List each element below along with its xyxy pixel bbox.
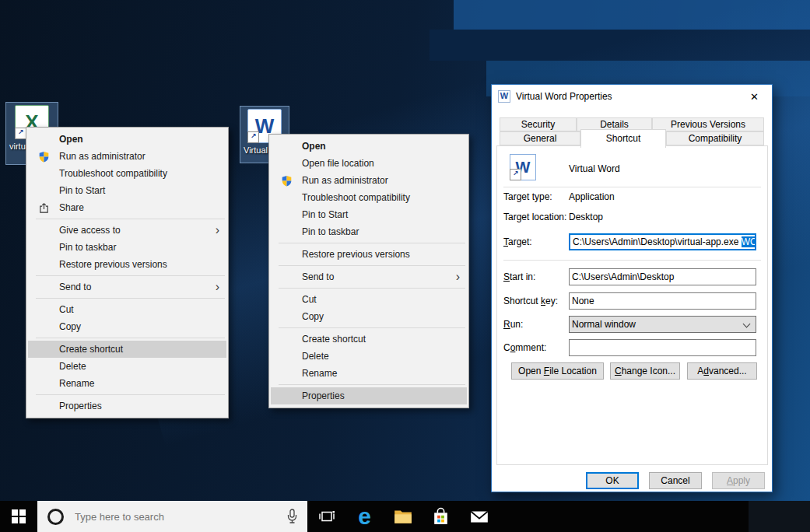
- menu-item-label: Send to: [302, 271, 456, 282]
- blank-icon: [37, 303, 50, 316]
- menu-item-restore-previous-versions[interactable]: Restore previous versions: [271, 246, 467, 263]
- store-icon: [431, 507, 451, 527]
- submenu-arrow-icon: ›: [456, 269, 460, 285]
- menu-item-pin-to-start[interactable]: Pin to Start: [271, 206, 467, 223]
- menu-item-properties[interactable]: Properties: [271, 387, 467, 404]
- menu-item-create-shortcut[interactable]: Create shortcut: [28, 341, 226, 358]
- store-button[interactable]: [422, 501, 460, 532]
- close-icon[interactable]: ✕: [737, 85, 772, 108]
- search-input[interactable]: [73, 510, 286, 523]
- menu-item-restore-previous-versions[interactable]: Restore previous versions: [28, 256, 226, 273]
- comment-input[interactable]: [569, 339, 756, 356]
- start-in-label: Start in:: [503, 271, 535, 282]
- menu-item-delete[interactable]: Delete: [28, 358, 226, 375]
- menu-item-give-access-to[interactable]: Give access to›: [28, 222, 226, 239]
- menu-item-label: Send to: [59, 282, 216, 292]
- excel-context-menu: OpenRun as administratorTroubleshoot com…: [26, 127, 229, 418]
- target-location-value: Desktop: [569, 212, 603, 222]
- blank-icon: [280, 140, 293, 152]
- menu-item-cut[interactable]: Cut: [271, 291, 467, 308]
- menu-item-copy[interactable]: Copy: [271, 308, 467, 325]
- menu-item-cut[interactable]: Cut: [28, 301, 226, 318]
- mail-button[interactable]: [460, 501, 498, 532]
- submenu-arrow-icon: ›: [216, 279, 219, 295]
- tab-previous-versions[interactable]: Previous Versions: [652, 117, 764, 131]
- menu-item-label: Run as administrator: [302, 175, 467, 186]
- windows-logo-icon: [12, 509, 26, 523]
- menu-item-delete[interactable]: Delete: [271, 348, 467, 365]
- edge-icon: e: [358, 505, 371, 528]
- menu-item-share[interactable]: Share: [28, 199, 226, 216]
- blank-icon: [280, 367, 293, 380]
- menu-item-label: Restore previous versions: [59, 259, 226, 270]
- menu-item-label: Troubleshoot compatibility: [302, 192, 467, 203]
- menu-item-copy[interactable]: Copy: [28, 318, 226, 335]
- menu-item-label: Properties: [302, 390, 467, 401]
- menu-item-create-shortcut[interactable]: Create shortcut: [271, 331, 467, 348]
- menu-item-send-to[interactable]: Send to›: [271, 268, 467, 285]
- menu-separator: [36, 219, 225, 219]
- wallpaper-band: [430, 30, 810, 61]
- menu-separator: [36, 338, 225, 338]
- menu-item-rename[interactable]: Rename: [28, 375, 226, 392]
- word-shortcut-icon: W ↗: [510, 154, 536, 180]
- menu-item-troubleshoot-compatibility[interactable]: Troubleshoot compatibility: [28, 165, 226, 182]
- separator: [503, 187, 761, 187]
- tab-shortcut[interactable]: Shortcut: [580, 129, 666, 148]
- blank-icon: [280, 157, 293, 170]
- blank-icon: [37, 377, 50, 390]
- blank-icon: [37, 258, 50, 271]
- desktop: X ↗ virtua W ↗ Virtual W OpenRun as admi…: [0, 0, 810, 532]
- microphone-icon[interactable]: [286, 509, 298, 524]
- menu-item-send-to[interactable]: Send to›: [28, 278, 226, 296]
- blank-icon: [37, 343, 50, 355]
- open-file-location-button[interactable]: Open File Location: [511, 362, 604, 380]
- target-type-value: Application: [569, 191, 615, 202]
- edge-browser-button[interactable]: e: [345, 501, 384, 532]
- taskbar-tray-area[interactable]: [749, 501, 810, 532]
- blank-icon: [280, 333, 293, 345]
- menu-item-run-as-administrator[interactable]: Run as administrator: [271, 172, 467, 189]
- search-box[interactable]: [37, 501, 307, 532]
- menu-item-label: Cut: [302, 294, 467, 305]
- dialog-title: Virtual Word Properties: [516, 91, 612, 102]
- cancel-button[interactable]: Cancel: [649, 472, 702, 489]
- blank-icon: [280, 350, 293, 362]
- menu-item-open-file-location[interactable]: Open file location: [271, 155, 467, 172]
- menu-item-pin-to-taskbar[interactable]: Pin to taskbar: [271, 223, 467, 240]
- blank-icon: [37, 241, 50, 254]
- run-dropdown[interactable]: Normal window: [569, 316, 756, 333]
- mail-icon: [469, 506, 489, 527]
- blank-icon: [280, 310, 293, 323]
- menu-item-properties[interactable]: Properties: [28, 397, 226, 415]
- blank-icon: [37, 133, 50, 145]
- menu-item-troubleshoot-compatibility[interactable]: Troubleshoot compatibility: [271, 189, 467, 206]
- target-text: C:\Users\Admin\Desktop\virtual-app.exe: [573, 236, 742, 247]
- menu-item-rename[interactable]: Rename: [271, 365, 467, 382]
- menu-item-label: Open file location: [302, 158, 467, 169]
- menu-item-label: Open: [59, 134, 226, 145]
- file-explorer-button[interactable]: [384, 501, 422, 532]
- tab-general[interactable]: General: [500, 131, 580, 145]
- ok-button[interactable]: OK: [586, 472, 639, 489]
- change-icon-button[interactable]: Change Icon...: [610, 362, 680, 380]
- shortcut-key-input[interactable]: None: [569, 292, 756, 310]
- tab-compatibility[interactable]: Compatibility: [666, 131, 764, 145]
- start-button[interactable]: [0, 501, 37, 532]
- chevron-down-icon: [743, 320, 751, 328]
- start-in-input[interactable]: C:\Users\Admin\Desktop: [569, 268, 756, 285]
- shortcut-arrow-icon: ↗: [15, 128, 26, 139]
- tab-security[interactable]: Security: [500, 117, 577, 131]
- blank-icon: [37, 184, 50, 197]
- menu-item-pin-to-taskbar[interactable]: Pin to taskbar: [28, 239, 226, 256]
- target-input[interactable]: C:\Users\Admin\Desktop\virtual-app.exe W…: [569, 233, 756, 250]
- advanced-button[interactable]: Advanced...: [687, 362, 757, 380]
- menu-item-run-as-administrator[interactable]: Run as administrator: [28, 148, 226, 165]
- menu-item-label: Open: [302, 141, 467, 152]
- menu-item-open[interactable]: Open: [271, 138, 467, 155]
- task-view-button[interactable]: [307, 501, 345, 532]
- blank-icon: [280, 208, 293, 221]
- menu-item-open[interactable]: Open: [28, 131, 226, 148]
- menu-item-pin-to-start[interactable]: Pin to Start: [28, 182, 226, 199]
- dialog-title-bar[interactable]: W Virtual Word Properties: [492, 85, 772, 108]
